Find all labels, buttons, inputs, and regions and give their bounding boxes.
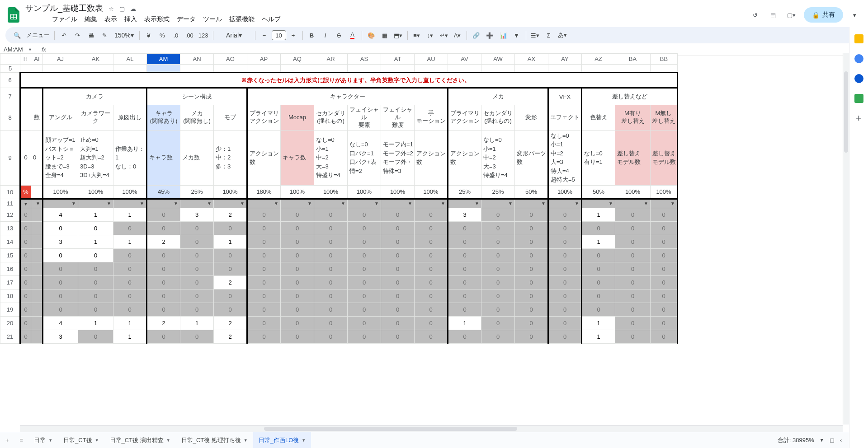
italic-icon[interactable]: I xyxy=(319,29,332,42)
svg-rect-3 xyxy=(11,16,13,17)
side-panel: + xyxy=(849,27,868,56)
vertical-scrollbar[interactable] xyxy=(843,53,849,56)
font-select[interactable]: Arial ▾ xyxy=(216,29,252,42)
star-icon[interactable]: ☆ xyxy=(108,5,114,12)
col-header-AW[interactable]: AW xyxy=(481,54,515,56)
strikethrough-icon[interactable]: S xyxy=(333,29,345,42)
meet-icon[interactable]: ▢▾ xyxy=(786,9,797,20)
font-size-increase[interactable]: + xyxy=(287,29,300,42)
comment-add-icon[interactable]: ➕ xyxy=(483,29,496,42)
decrease-decimal-icon[interactable]: .0 xyxy=(170,29,182,42)
cloud-icon[interactable]: ☁ xyxy=(130,5,136,12)
rotate-icon[interactable]: A▾ xyxy=(451,29,464,42)
redo-icon[interactable]: ↷ xyxy=(71,29,84,42)
functions-icon[interactable]: Σ xyxy=(542,29,555,42)
col-header[interactable]: H xyxy=(20,54,31,56)
svg-rect-1 xyxy=(11,14,13,15)
col-header-AS[interactable]: AS xyxy=(348,54,381,56)
col-header-AT[interactable]: AT xyxy=(381,54,415,56)
col-header-AR[interactable]: AR xyxy=(314,54,348,56)
svg-rect-4 xyxy=(14,16,16,17)
filter-views-icon[interactable]: ☰▾ xyxy=(529,29,542,42)
svg-rect-5 xyxy=(11,18,13,19)
print-icon[interactable]: 🖶 xyxy=(85,29,97,42)
undo-icon[interactable]: ↶ xyxy=(57,29,70,42)
fill-color-icon[interactable]: 🎨 xyxy=(365,29,377,42)
col-header-AK[interactable]: AK xyxy=(78,54,113,56)
col-header-AV[interactable]: AV xyxy=(448,54,481,56)
tasks-icon[interactable] xyxy=(854,54,863,56)
toolbar: 🔍 メニュー ↶ ↷ 🖶 ✎ 150% ▾ ¥ % .0 .00 123 Ari… xyxy=(5,27,863,43)
col-header-AU[interactable]: AU xyxy=(415,54,448,56)
svg-rect-6 xyxy=(14,18,16,19)
link-icon[interactable]: 🔗 xyxy=(470,29,482,42)
font-size-input[interactable]: 10 xyxy=(272,30,286,40)
col-header-AN[interactable]: AN xyxy=(180,54,214,56)
svg-rect-2 xyxy=(14,14,16,15)
move-icon[interactable]: ▢ xyxy=(119,5,125,12)
menu-編集[interactable]: 編集 xyxy=(81,14,100,24)
halign-icon[interactable]: ≡▾ xyxy=(410,29,423,42)
col-header-AL[interactable]: AL xyxy=(113,54,147,56)
menu-データ[interactable]: データ xyxy=(174,14,199,24)
lock-icon: 🔒 xyxy=(812,11,820,19)
select-all[interactable] xyxy=(0,54,20,56)
col-header-AX[interactable]: AX xyxy=(515,54,548,56)
bold-icon[interactable]: B xyxy=(306,29,318,42)
zoom-select[interactable]: 150% ▾ xyxy=(112,29,137,42)
borders-icon[interactable]: ▦ xyxy=(378,29,391,42)
col-header-AI[interactable]: AI xyxy=(31,54,43,56)
share-dropdown[interactable]: ▾ xyxy=(850,9,859,21)
menu-ツール[interactable]: ツール xyxy=(200,14,225,24)
comment-icon[interactable]: ▤ xyxy=(768,9,778,20)
menu-search[interactable]: メニュー xyxy=(24,29,52,42)
fx-icon: fx xyxy=(36,46,52,53)
share-label: 共有 xyxy=(822,11,835,19)
paint-format-icon[interactable]: ✎ xyxy=(98,29,111,42)
col-header-AY[interactable]: AY xyxy=(548,54,582,56)
col-header-AJ[interactable]: AJ xyxy=(43,54,78,56)
percent-icon[interactable]: % xyxy=(156,29,169,42)
valign-icon[interactable]: ↕▾ xyxy=(424,29,437,42)
keep-icon[interactable] xyxy=(854,34,863,43)
col-header-AQ[interactable]: AQ xyxy=(281,54,314,56)
menu-表示[interactable]: 表示 xyxy=(101,14,120,24)
share-button[interactable]: 🔒 共有 xyxy=(804,7,843,23)
chart-icon[interactable]: 📊 xyxy=(497,29,509,42)
menu-bar: ファイル編集表示挿入表示形式データツール拡張機能ヘルプ xyxy=(25,14,750,27)
more-formats-icon[interactable]: 123 xyxy=(197,29,210,42)
increase-decimal-icon[interactable]: .00 xyxy=(183,29,196,42)
col-header-BB[interactable]: BB xyxy=(651,54,678,56)
col-header-AP[interactable]: AP xyxy=(247,54,281,56)
filter-icon[interactable]: ▼ xyxy=(510,29,523,42)
font-size-decrease[interactable]: − xyxy=(258,29,271,42)
currency-icon[interactable]: ¥ xyxy=(142,29,155,42)
col-header-BA[interactable]: BA xyxy=(615,54,651,56)
menu-拡張機能[interactable]: 拡張機能 xyxy=(226,14,258,24)
menu-表示形式[interactable]: 表示形式 xyxy=(141,14,173,24)
history-icon[interactable]: ↺ xyxy=(750,9,760,20)
menu-挿入[interactable]: 挿入 xyxy=(121,14,140,24)
menu-ヘルプ[interactable]: ヘルプ xyxy=(259,14,284,24)
col-header-AO[interactable]: AO xyxy=(214,54,247,56)
col-header-AM[interactable]: AM xyxy=(147,54,180,56)
text-color-icon[interactable]: A xyxy=(346,29,359,42)
col-header-AZ[interactable]: AZ xyxy=(582,54,615,56)
sheets-logo[interactable] xyxy=(5,7,22,23)
merge-icon[interactable]: ⬒▾ xyxy=(392,29,405,42)
formula-input[interactable] xyxy=(52,48,868,51)
menu-ファイル[interactable]: ファイル xyxy=(49,14,80,24)
input-tools-icon[interactable]: あ▾ xyxy=(556,29,569,42)
search-icon[interactable]: 🔍 xyxy=(11,29,24,42)
wrap-icon[interactable]: ↵▾ xyxy=(438,29,450,42)
doc-title[interactable]: サンプル_基礎工数表 xyxy=(25,4,103,13)
